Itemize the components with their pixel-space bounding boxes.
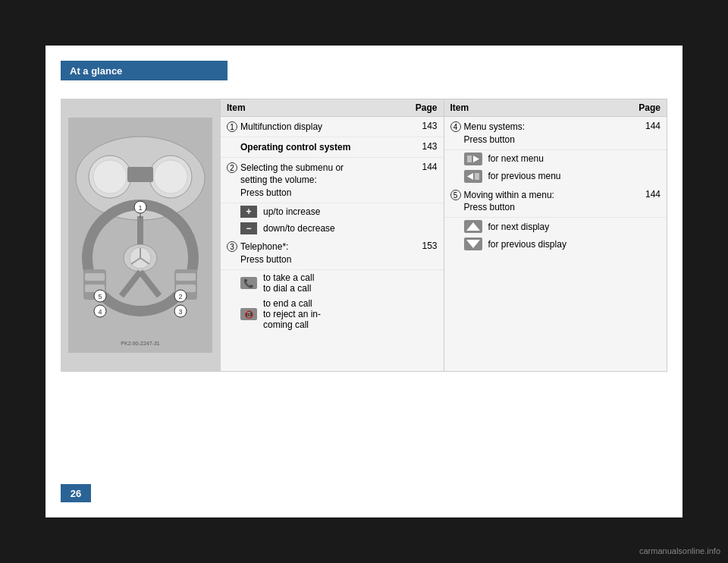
left-table: Item Page 1 Multifunction display 143 [220, 99, 444, 372]
svg-text:📵: 📵 [244, 310, 254, 319]
row-page-143a: 143 [410, 121, 438, 131]
left-col-page: Page [407, 102, 438, 113]
svg-text:2: 2 [178, 293, 182, 300]
page-number: 26 [61, 484, 91, 502]
svg-text:+: + [246, 206, 251, 217]
svg-point-3 [93, 160, 127, 193]
sub-item-prev-display: for previous display [444, 235, 667, 253]
right-table: Item Page 4 Menu systems:Press button 14… [444, 99, 668, 372]
next-display-label: for next display [488, 222, 550, 232]
circle-3: 3 [227, 241, 237, 252]
svg-text:PK2-90-2247-31: PK2-90-2247-31 [121, 341, 159, 346]
row-page-144c: 144 [633, 189, 661, 200]
svg-text:3: 3 [178, 308, 182, 316]
sub-item-minus: − down/to decrease [221, 220, 444, 237]
phone-call-icon: 📞 [240, 277, 257, 289]
svg-rect-47 [475, 173, 479, 180]
minus-label: down/to decrease [263, 223, 335, 234]
steering-wheel-svg: 1 2 3 4 5 PK2-90-2247-31 [68, 118, 212, 353]
row-number: 5 [450, 189, 464, 200]
row-content-submenu: Selecting the submenu orsetting the volu… [240, 162, 410, 200]
row-number: 1 [227, 121, 240, 132]
table-row: 4 Menu systems:Press button 144 [444, 117, 667, 150]
row-content-multifunction: Multifunction display [240, 121, 410, 134]
plus-icon: + [240, 206, 257, 218]
left-table-body: 1 Multifunction display 143 Operating co… [221, 117, 444, 332]
row-page-153: 153 [410, 241, 438, 251]
phone-end-icon: 📵 [240, 308, 257, 320]
row-number: 2 [227, 162, 240, 173]
svg-point-5 [154, 160, 187, 193]
minus-icon: − [240, 222, 257, 234]
header-title: At a glance [70, 65, 122, 77]
sub-item-prev-menu: for previous menu [444, 168, 667, 185]
table-row: 3 Telephone*:Press button 153 [221, 237, 444, 270]
steering-wheel-image: 1 2 3 4 5 PK2-90-2247-31 [61, 99, 220, 372]
table-row: 5 Moving within a menu:Press button 144 [444, 185, 667, 219]
svg-rect-6 [127, 167, 153, 182]
svg-text:1: 1 [138, 204, 142, 212]
main-content: 1 2 3 4 5 PK2-90-2247-31 Item Page [61, 99, 667, 372]
circle-1: 1 [227, 121, 237, 132]
header-bar: At a glance [61, 61, 228, 80]
svg-rect-17 [85, 273, 105, 281]
left-col-item: Item [227, 102, 407, 113]
table-row: 1 Multifunction display 143 [221, 117, 444, 137]
svg-text:5: 5 [98, 293, 102, 300]
watermark: carmanualsonline.info [639, 546, 720, 555]
table-row: 2 Selecting the submenu orsetting the vo… [221, 158, 444, 203]
plus-label: up/to increase [263, 206, 320, 217]
svg-rect-44 [467, 156, 472, 162]
circle-4: 4 [450, 121, 461, 132]
left-table-header: Item Page [221, 99, 444, 117]
row-content-moving: Moving within a menu:Press button [464, 189, 634, 215]
right-table-header: Item Page [444, 99, 667, 117]
sub-item-end: 📵 to end a callto reject an in-coming ca… [221, 296, 444, 332]
sub-item-plus: + up/to increase [221, 203, 444, 220]
circle-2: 2 [227, 162, 237, 173]
svg-rect-20 [176, 273, 196, 281]
arrow-down-icon [464, 237, 482, 250]
sub-item-call: 📞 to take a callto dial a call [221, 270, 444, 296]
sub-item-next-menu: for next menu [444, 150, 667, 168]
row-content-telephone: Telephone*:Press button [240, 241, 410, 266]
menu-prev-icon [464, 170, 482, 183]
right-table-body: 4 Menu systems:Press button 144 for next… [444, 117, 667, 253]
call-label: to take a callto dial a call [263, 272, 314, 294]
next-menu-label: for next menu [488, 153, 544, 164]
table-row: Operating control system 143 [221, 137, 444, 158]
arrow-up-icon [464, 220, 482, 233]
right-col-page: Page [630, 102, 661, 113]
svg-text:4: 4 [98, 308, 102, 316]
svg-text:📞: 📞 [243, 278, 254, 288]
menu-next-icon [464, 153, 482, 165]
circle-5: 5 [450, 190, 461, 200]
sub-item-next-display: for next display [444, 218, 667, 235]
row-page-144b: 144 [633, 121, 661, 131]
right-col-item: Item [450, 102, 631, 113]
row-number: 3 [227, 241, 240, 252]
row-number: 4 [450, 121, 464, 132]
end-label: to end a callto reject an in-coming call [263, 298, 321, 330]
prev-display-label: for previous display [488, 239, 566, 250]
row-page-144a: 144 [410, 162, 438, 172]
row-page-143b: 143 [410, 141, 438, 152]
svg-text:−: − [246, 223, 251, 234]
prev-menu-label: for previous menu [488, 171, 561, 181]
row-content-menu: Menu systems:Press button [464, 121, 634, 146]
row-content-ocs: Operating control system [240, 141, 410, 154]
tables-area: Item Page 1 Multifunction display 143 [220, 99, 667, 372]
